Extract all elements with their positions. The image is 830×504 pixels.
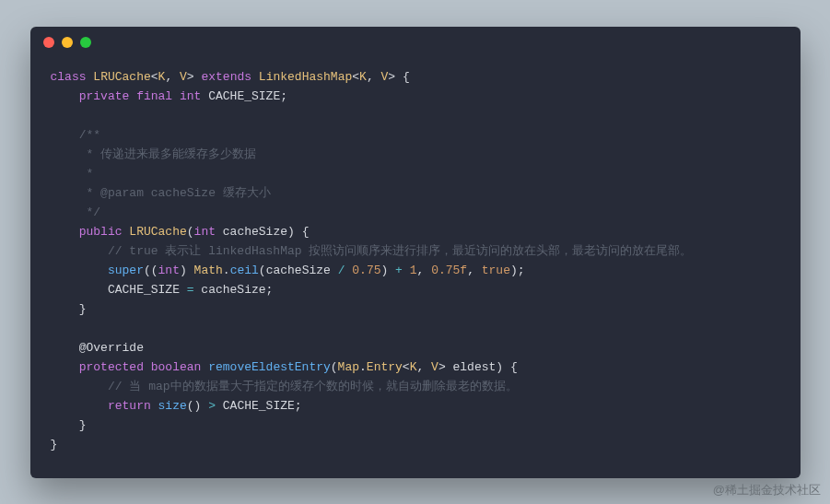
kw-public: public bbox=[79, 225, 123, 239]
dot: . bbox=[359, 360, 367, 374]
brace-close: } bbox=[51, 438, 58, 451]
kw-extends: extends bbox=[201, 70, 251, 84]
close-icon bbox=[43, 37, 54, 48]
comment: * @param cacheSize 缓存大小 bbox=[79, 186, 271, 200]
rhs: cacheSize bbox=[201, 283, 265, 297]
op-plus: + bbox=[388, 264, 409, 277]
comment: // 当 map中的数据量大于指定的缓存个数的时候，就自动删除最老的数据。 bbox=[108, 380, 518, 393]
dot: . bbox=[223, 264, 230, 277]
rhs: CACHE_SIZE bbox=[223, 399, 295, 413]
rparen: ) bbox=[287, 225, 295, 239]
const-name: CACHE_SIZE bbox=[208, 89, 280, 103]
semi: ; bbox=[266, 283, 274, 297]
bool-true: true bbox=[482, 264, 510, 277]
kw-protected: protected bbox=[79, 360, 144, 374]
op-div: / bbox=[331, 264, 352, 277]
comma: , bbox=[467, 264, 482, 277]
kw-int: int bbox=[194, 225, 216, 239]
kw-int: int bbox=[180, 89, 201, 103]
kw-boolean: boolean bbox=[151, 360, 202, 374]
comment: * bbox=[79, 167, 94, 181]
zoom-icon bbox=[80, 37, 91, 48]
kw-class: class bbox=[51, 70, 87, 84]
type-V: V bbox=[180, 70, 187, 84]
semi: ; bbox=[295, 399, 302, 413]
num: 0.75 bbox=[352, 264, 380, 277]
parent-class: LinkedHashMap bbox=[259, 70, 352, 84]
brace-close: } bbox=[79, 418, 87, 432]
lt: < bbox=[403, 360, 410, 374]
annotation: @Override bbox=[79, 341, 144, 355]
lparen: ( bbox=[187, 225, 194, 239]
watermark: @稀土掘金技术社区 bbox=[713, 482, 821, 498]
kw-private: private bbox=[79, 89, 130, 103]
comma: , bbox=[416, 360, 431, 374]
gt: > bbox=[388, 70, 395, 84]
Map: Map bbox=[338, 360, 359, 374]
window-titlebar bbox=[30, 27, 801, 58]
minimize-icon bbox=[62, 37, 73, 48]
arg: cacheSize bbox=[266, 264, 331, 277]
num: 0.75f bbox=[431, 264, 467, 277]
brace-open: { bbox=[403, 70, 410, 84]
Entry: Entry bbox=[367, 360, 403, 374]
code-window: class LRUCache<K, V> extends LinkedHashM… bbox=[30, 27, 801, 478]
ceil: ceil bbox=[230, 264, 259, 277]
gt: > bbox=[187, 70, 194, 84]
op-eq: = bbox=[180, 283, 201, 297]
comma: , bbox=[367, 70, 381, 84]
gt: > bbox=[438, 360, 446, 374]
lt: < bbox=[151, 70, 158, 84]
brace: { bbox=[302, 225, 310, 239]
lt: < bbox=[352, 70, 359, 84]
comment: // true 表示让 linkedHashMap 按照访问顺序来进行排序，最近… bbox=[108, 244, 692, 258]
super-call: super bbox=[108, 264, 144, 277]
brace-close: } bbox=[79, 302, 87, 316]
kw-final: final bbox=[136, 89, 172, 103]
lhs: CACHE_SIZE bbox=[108, 283, 180, 297]
comma: , bbox=[417, 264, 432, 277]
rp: ) bbox=[510, 264, 518, 277]
fn-name: removeEldestEntry bbox=[208, 360, 331, 374]
op-gt: > bbox=[201, 399, 222, 413]
semi: ; bbox=[518, 264, 525, 277]
param: eldest bbox=[453, 360, 497, 374]
comma: , bbox=[165, 70, 180, 84]
lp: ( bbox=[187, 399, 194, 413]
type-V: V bbox=[431, 360, 438, 374]
rp: ) bbox=[496, 360, 503, 374]
lp: ( bbox=[151, 264, 158, 277]
rp: ) bbox=[180, 264, 187, 277]
Math: Math bbox=[194, 264, 223, 277]
brace: { bbox=[510, 360, 518, 374]
comment: */ bbox=[79, 205, 100, 219]
num: 1 bbox=[410, 264, 417, 277]
comment: /** bbox=[79, 128, 100, 142]
cast-int: int bbox=[158, 264, 180, 277]
lp: ( bbox=[331, 360, 338, 374]
class-name: LRUCache bbox=[93, 70, 150, 84]
comment: * 传递进来最多能缓存多少数据 bbox=[79, 147, 256, 161]
size-fn: size bbox=[158, 399, 187, 413]
ctor-name: LRUCache bbox=[129, 225, 186, 239]
param: cacheSize bbox=[223, 225, 287, 239]
lp: ( bbox=[144, 264, 151, 277]
code-block: class LRUCache<K, V> extends LinkedHashM… bbox=[30, 58, 801, 454]
lp: ( bbox=[259, 264, 266, 277]
kw-return: return bbox=[108, 399, 151, 413]
semi: ; bbox=[280, 89, 287, 103]
type-K: K bbox=[359, 70, 367, 84]
